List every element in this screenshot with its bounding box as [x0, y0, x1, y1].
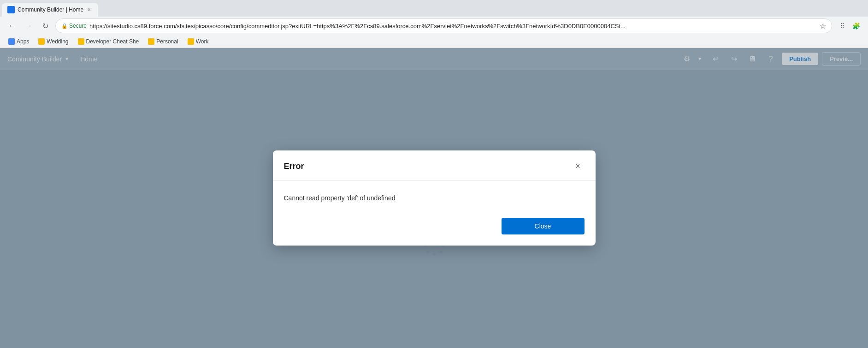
tab-title: Community Builder | Home	[18, 6, 83, 13]
active-tab[interactable]: Community Builder | Home ×	[2, 3, 98, 17]
bookmark-work-favicon	[188, 38, 194, 45]
bookmark-dev-label: Developer Cheat She	[86, 38, 139, 45]
bookmark-work-label: Work	[196, 38, 209, 45]
dialog-header: Error ×	[273, 150, 596, 180]
dialog-message: Cannot read property 'def' of undefined	[284, 193, 585, 203]
extensions-icon[interactable]: ⠿	[836, 19, 849, 32]
bookmark-apps-label: Apps	[17, 38, 29, 45]
bookmark-work[interactable]: Work	[184, 37, 213, 46]
dialog-title: Error	[284, 162, 304, 171]
error-dialog: Error × Cannot read property 'def' of un…	[273, 150, 596, 246]
nav-bar: ← → ↻ 🔒 Secure https://sitestudio.cs89.f…	[0, 17, 868, 35]
bookmark-apps[interactable]: Apps	[5, 37, 33, 46]
lock-icon: 🔒	[61, 23, 68, 29]
app-area: Community Builder ▼ Home ⚙ ▼ ↩ ↪ 🖥 ? Pub…	[0, 48, 868, 348]
bookmark-personal-label: Personal	[156, 38, 178, 45]
address-bar[interactable]: 🔒 Secure https://sitestudio.cs89.force.c…	[55, 18, 832, 33]
tab-close-button[interactable]: ×	[85, 6, 93, 13]
extension-puzzle-icon[interactable]: 🧩	[850, 19, 862, 32]
forward-button[interactable]: →	[22, 19, 35, 32]
modal-overlay: Error × Cannot read property 'def' of un…	[0, 48, 868, 348]
bookmark-wedding[interactable]: Wedding	[35, 37, 72, 46]
dialog-close-x-button[interactable]: ×	[572, 160, 585, 173]
secure-badge: 🔒 Secure	[61, 23, 87, 29]
bookmark-developer-cheat-sheet[interactable]: Developer Cheat She	[74, 37, 143, 46]
extension-icons: ⠿ 🧩	[836, 19, 862, 32]
bookmark-apps-favicon	[8, 38, 15, 45]
back-button[interactable]: ←	[6, 19, 18, 32]
dialog-footer: Close	[273, 214, 596, 246]
bookmarks-bar: Apps Wedding Developer Cheat She Persona…	[0, 35, 868, 48]
bookmark-wedding-favicon	[38, 38, 45, 45]
star-icon[interactable]: ☆	[820, 22, 826, 30]
address-text: https://sitestudio.cs89.force.com/sfsite…	[89, 23, 817, 30]
tab-bar: Community Builder | Home ×	[0, 0, 868, 17]
tab-favicon	[7, 6, 15, 13]
bookmark-personal-favicon	[148, 38, 154, 45]
bookmark-personal[interactable]: Personal	[144, 37, 182, 46]
close-button[interactable]: Close	[502, 218, 585, 234]
dialog-body: Cannot read property 'def' of undefined	[273, 180, 596, 214]
reload-button[interactable]: ↻	[39, 19, 52, 32]
bookmark-dev-favicon	[78, 38, 84, 45]
browser-chrome: Community Builder | Home × ← → ↻ 🔒 Secur…	[0, 0, 868, 48]
secure-label: Secure	[69, 23, 87, 29]
bookmark-wedding-label: Wedding	[47, 38, 68, 45]
